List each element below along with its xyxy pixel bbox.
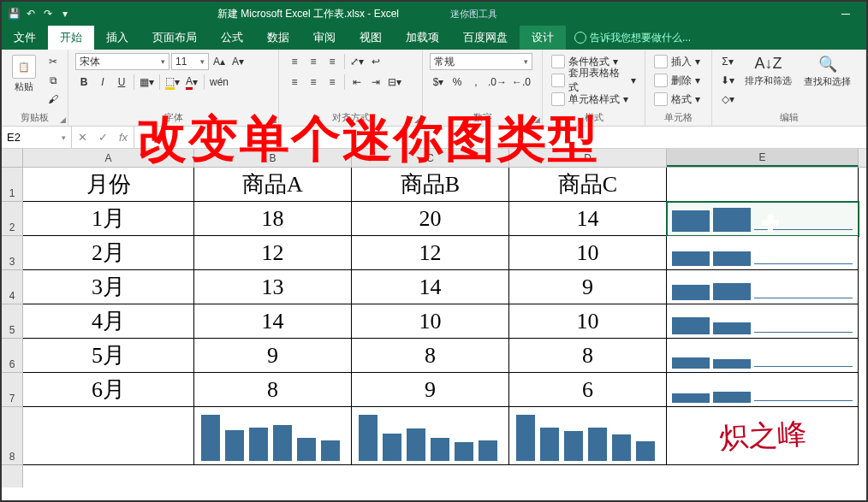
tab-formulas[interactable]: 公式 (209, 26, 255, 50)
tab-file[interactable]: 文件 (2, 26, 48, 50)
name-box[interactable]: E2▾ (2, 127, 72, 148)
cell-E5[interactable] (667, 304, 859, 339)
row-header-7[interactable]: 7 (2, 373, 22, 407)
cell-E2[interactable]: ✚ (667, 202, 859, 236)
tab-review[interactable]: 审阅 (301, 26, 348, 50)
tab-insert[interactable]: 插入 (94, 26, 140, 50)
cell-C4[interactable]: 14 (352, 270, 509, 304)
row-header-2[interactable]: 2 (2, 202, 22, 236)
cell-styles-button[interactable]: 单元格样式▾ (550, 91, 638, 108)
cell-B8[interactable] (194, 407, 352, 465)
paste-button[interactable]: 📋 粘贴 (9, 53, 39, 95)
fill-button[interactable]: ⬇▾ (719, 72, 736, 89)
cell-C2[interactable]: 20 (352, 202, 509, 236)
cell-B2[interactable]: 18 (194, 202, 352, 236)
cell-C5[interactable]: 10 (352, 304, 509, 339)
select-all-corner[interactable] (2, 149, 22, 168)
cell-E6[interactable] (667, 339, 859, 373)
align-left-button[interactable]: ≡ (286, 74, 303, 91)
cell-E4[interactable] (667, 270, 859, 304)
cell-A6[interactable]: 5月 (23, 339, 194, 373)
cell-B1[interactable]: 商品A (194, 168, 352, 202)
cell-D7[interactable]: 6 (509, 373, 667, 407)
cell-A3[interactable]: 2月 (23, 236, 194, 270)
format-cells-button[interactable]: 格式▾ (652, 91, 702, 108)
tab-design[interactable]: 设计 (520, 26, 566, 50)
cell-A1[interactable]: 月份 (23, 168, 194, 202)
cell-B6[interactable]: 9 (194, 339, 352, 373)
increase-font-button[interactable]: A▴ (211, 53, 228, 70)
tab-baidu[interactable]: 百度网盘 (451, 26, 520, 50)
insert-cells-button[interactable]: 插入▾ (652, 53, 702, 70)
grid[interactable]: ABCDE 月份商品A商品B商品C1月182014✚2月1212103月1314… (23, 149, 866, 487)
cell-C8[interactable] (352, 407, 509, 465)
delete-cells-button[interactable]: 删除▾ (652, 72, 702, 89)
merge-button[interactable]: ⊟▾ (386, 74, 403, 91)
fill-color-button[interactable]: ⬚▾ (163, 74, 181, 91)
cell-C7[interactable]: 9 (352, 373, 509, 407)
row-header-1[interactable]: 1 (2, 168, 22, 202)
tab-addins[interactable]: 加载项 (394, 26, 451, 50)
tab-data[interactable]: 数据 (255, 26, 301, 50)
font-name-combo[interactable]: 宋体▾ (75, 53, 169, 70)
cell-B4[interactable]: 13 (194, 270, 352, 304)
cell-D1[interactable]: 商品C (509, 168, 667, 202)
sort-filter-button[interactable]: A↓Z 排序和筛选 (741, 53, 795, 89)
borders-button[interactable]: ▦▾ (138, 74, 156, 91)
accept-edit-button[interactable]: ✓ (92, 131, 113, 144)
qat-customize-icon[interactable]: ▾ (58, 7, 72, 21)
save-icon[interactable]: 💾 (7, 7, 21, 21)
clipboard-launcher[interactable]: ◢ (60, 115, 66, 124)
cell-C1[interactable]: 商品B (352, 168, 509, 202)
cell-E3[interactable] (667, 236, 859, 270)
cell-D8[interactable] (509, 407, 667, 465)
undo-icon[interactable]: ↶ (24, 7, 38, 21)
tell-me[interactable]: 告诉我您想要做什么... (566, 26, 699, 50)
cell-C3[interactable]: 12 (352, 236, 509, 270)
increase-decimal-button[interactable]: .0→ (486, 74, 508, 91)
row-header-6[interactable]: 6 (2, 339, 22, 373)
row-header-4[interactable]: 4 (2, 270, 22, 304)
find-select-button[interactable]: 🔍 查找和选择 (800, 53, 854, 90)
cell-D4[interactable]: 9 (509, 270, 667, 304)
column-header-E[interactable]: E (667, 149, 859, 167)
cell-E7[interactable] (667, 373, 859, 407)
percent-button[interactable]: % (449, 74, 466, 91)
phonetic-button[interactable]: wén (208, 74, 230, 91)
cell-D6[interactable]: 8 (509, 339, 667, 373)
row-header-5[interactable]: 5 (2, 304, 22, 339)
number-format-combo[interactable]: 常规▾ (430, 53, 532, 70)
wrap-text-button[interactable]: ↩ (367, 53, 384, 70)
bold-button[interactable]: B (75, 74, 92, 91)
increase-indent-button[interactable]: ⇥ (367, 74, 384, 91)
cut-button[interactable]: ✂ (45, 53, 62, 70)
cell-D2[interactable]: 14 (509, 202, 667, 236)
italic-button[interactable]: I (94, 74, 111, 91)
decrease-decimal-button[interactable]: ←.0 (510, 74, 532, 91)
accounting-button[interactable]: $▾ (430, 74, 447, 91)
cell-C6[interactable]: 8 (352, 339, 509, 373)
cell-A4[interactable]: 3月 (23, 270, 194, 304)
cell-B7[interactable]: 8 (194, 373, 352, 407)
format-as-table-button[interactable]: 套用表格格式▾ (550, 72, 638, 89)
fx-button[interactable]: fx (113, 131, 134, 144)
cell-A8[interactable] (23, 407, 194, 465)
row-header-8[interactable]: 8 (2, 407, 22, 465)
underline-button[interactable]: U (113, 74, 130, 91)
cell-B5[interactable]: 14 (194, 304, 352, 339)
align-middle-button[interactable]: ≡ (305, 53, 322, 70)
decrease-font-button[interactable]: A▾ (229, 53, 247, 70)
font-color-button[interactable]: A▾ (183, 74, 200, 91)
minimize-button[interactable]: ─ (830, 2, 861, 26)
redo-icon[interactable]: ↷ (41, 7, 55, 21)
clear-button[interactable]: ◇▾ (719, 91, 736, 108)
cell-A2[interactable]: 1月 (23, 202, 194, 236)
tab-layout[interactable]: 页面布局 (140, 26, 209, 50)
autosum-button[interactable]: Σ▾ (719, 53, 736, 70)
cell-A7[interactable]: 6月 (23, 373, 194, 407)
cell-E1[interactable] (667, 168, 859, 202)
cell-A5[interactable]: 4月 (23, 304, 194, 339)
cell-D5[interactable]: 10 (509, 304, 667, 339)
comma-button[interactable]: , (467, 74, 485, 91)
decrease-indent-button[interactable]: ⇤ (348, 74, 366, 91)
